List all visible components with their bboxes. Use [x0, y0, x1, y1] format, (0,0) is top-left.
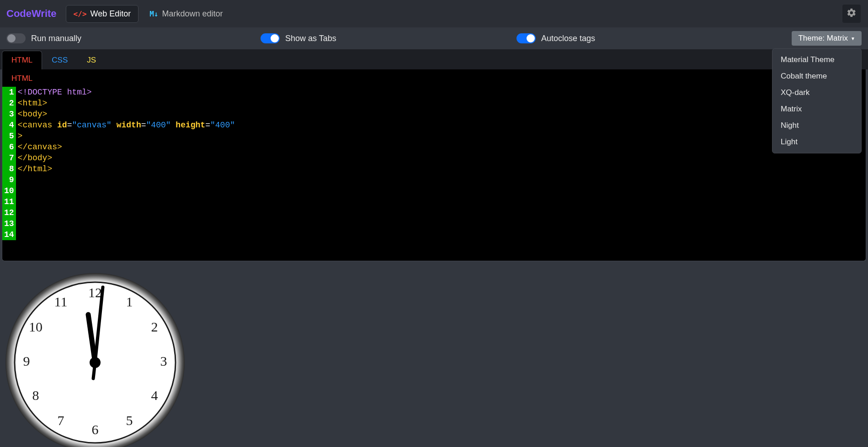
- tab-markdown-editor-label: Markdown editor: [162, 9, 223, 19]
- code-line: [18, 185, 235, 196]
- code-line: </body>: [18, 153, 235, 163]
- line-gutter: 1234567891011121314: [2, 87, 16, 240]
- theme-dropdown-button[interactable]: Theme: Matrix ▼: [792, 31, 862, 46]
- theme-option-night[interactable]: Night: [772, 117, 861, 134]
- toggle-show-as-tabs[interactable]: [261, 33, 280, 43]
- opt-run-manually-label: Run manually: [31, 34, 81, 43]
- svg-text:2: 2: [151, 319, 158, 334]
- code-editor[interactable]: HTML 1234567891011121314 <!DOCTYPE html>…: [2, 69, 866, 261]
- theme-option-cobalt[interactable]: Cobalt theme: [772, 68, 861, 84]
- code-line: <canvas id="canvas" width="400" height="…: [18, 120, 235, 131]
- svg-text:5: 5: [126, 413, 133, 428]
- brand-logo: CodeWrite: [5, 8, 62, 20]
- theme-option-matrix[interactable]: Matrix: [772, 101, 861, 117]
- tab-markdown-editor[interactable]: M↓ Markdown editor: [142, 5, 230, 22]
- code-line: [18, 218, 235, 229]
- opt-autoclose-tags: Autoclose tags: [517, 33, 595, 43]
- preview-pane: 121234567891011: [0, 265, 868, 447]
- theme-dropdown-menu: Material Theme Cobalt theme XQ-dark Matr…: [772, 48, 862, 153]
- code-line: <!DOCTYPE html>: [18, 87, 235, 98]
- svg-text:6: 6: [92, 422, 99, 437]
- svg-text:8: 8: [32, 388, 39, 403]
- toggle-run-manually[interactable]: [6, 33, 26, 43]
- editor-tab-strip: HTML CSS JS: [0, 49, 868, 69]
- code-area: 1234567891011121314 <!DOCTYPE html> <htm…: [2, 87, 866, 240]
- caret-down-icon: ▼: [851, 36, 855, 41]
- code-line: <body>: [18, 109, 235, 120]
- code-line: <html>: [18, 98, 235, 109]
- opt-run-manually: Run manually: [6, 33, 81, 43]
- markdown-icon: M↓: [149, 10, 158, 18]
- opt-show-as-tabs-label: Show as Tabs: [285, 34, 336, 43]
- svg-text:4: 4: [151, 388, 158, 403]
- svg-text:10: 10: [29, 319, 43, 334]
- code-line: [18, 207, 235, 218]
- opt-autoclose-tags-label: Autoclose tags: [541, 34, 595, 43]
- svg-text:7: 7: [58, 413, 64, 428]
- top-nav: CodeWrite </> Web Editor M↓ Markdown edi…: [0, 0, 868, 27]
- opt-theme: Theme: Matrix ▼: [792, 31, 862, 46]
- theme-option-material[interactable]: Material Theme: [772, 52, 861, 68]
- theme-option-xqdark[interactable]: XQ-dark: [772, 84, 861, 101]
- svg-text:3: 3: [160, 353, 167, 368]
- code-line: >: [18, 131, 235, 142]
- svg-text:9: 9: [23, 353, 30, 368]
- theme-option-light[interactable]: Light: [772, 134, 861, 150]
- editor-tab-html[interactable]: HTML: [2, 51, 42, 69]
- editor-tab-css[interactable]: CSS: [42, 51, 77, 69]
- code-line: [18, 229, 235, 240]
- tab-web-editor[interactable]: </> Web Editor: [66, 5, 139, 23]
- opt-show-as-tabs: Show as Tabs: [261, 33, 336, 43]
- code-lines: <!DOCTYPE html> <html> <body> <canvas id…: [16, 87, 235, 240]
- code-line: </html>: [18, 163, 235, 174]
- options-bar: Run manually Show as Tabs Autoclose tags…: [0, 27, 868, 49]
- editor-tab-js[interactable]: JS: [77, 51, 106, 69]
- svg-text:11: 11: [54, 294, 68, 309]
- code-line: </canvas>: [18, 142, 235, 153]
- gear-icon: [847, 8, 857, 20]
- settings-button[interactable]: [842, 5, 861, 23]
- toggle-autoclose-tags[interactable]: [517, 33, 536, 43]
- svg-point-17: [90, 357, 101, 368]
- svg-text:1: 1: [126, 294, 133, 309]
- clock-canvas: 121234567891011: [4, 271, 186, 447]
- pane-label: HTML: [2, 69, 866, 87]
- code-line: [18, 196, 235, 207]
- code-line: [18, 174, 235, 185]
- tab-web-editor-label: Web Editor: [91, 9, 131, 19]
- code-icon: </>: [74, 10, 87, 18]
- theme-dropdown-label: Theme: Matrix: [798, 34, 848, 43]
- svg-text:12: 12: [88, 285, 102, 300]
